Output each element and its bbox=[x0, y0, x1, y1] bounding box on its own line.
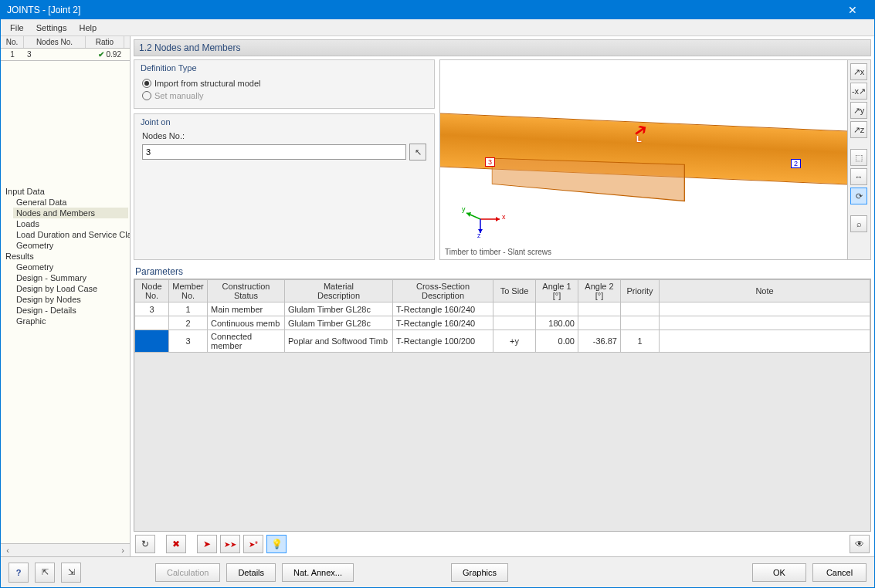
viewport-caption: Timber to timber - Slant screws bbox=[445, 248, 551, 256]
tree-result-summary[interactable]: Design - Summary bbox=[13, 272, 128, 283]
parameters-area: Parameters NodeNo. MemberNo. Constructio… bbox=[134, 265, 871, 556]
joint-on-group: Joint on Nodes No.: ↖ bbox=[134, 113, 435, 260]
cancel-button[interactable]: Cancel bbox=[812, 563, 867, 582]
tree-results[interactable]: Results bbox=[2, 251, 128, 262]
scroll-right-icon[interactable]: › bbox=[117, 546, 128, 555]
view-rotate-button[interactable]: ⟳ bbox=[850, 188, 867, 204]
nav-hdr-ratio[interactable]: Ratio bbox=[86, 36, 124, 48]
parameters-grid: NodeNo. MemberNo. ConstructionStatus Mat… bbox=[134, 279, 871, 532]
radio-import[interactable]: Import from structural model bbox=[142, 77, 426, 90]
next-all-button[interactable]: ➤➤ bbox=[220, 535, 240, 553]
nav-hdr-nodes[interactable]: Nodes No. bbox=[24, 36, 86, 48]
viewport-wrap: 3 2 ➔ L x y z bbox=[439, 59, 871, 260]
hdr-priority[interactable]: Priority bbox=[621, 280, 660, 302]
table-row[interactable]: 2 Continuous memb Glulam Timber GL28c T-… bbox=[135, 316, 870, 330]
tree-result-loadcase[interactable]: Design by Load Case bbox=[13, 283, 128, 294]
tree-result-geometry[interactable]: Geometry bbox=[13, 262, 128, 272]
radio-dot-icon bbox=[142, 79, 151, 88]
view-zoom-button[interactable]: ⌕ bbox=[850, 215, 867, 232]
menu-settings[interactable]: Settings bbox=[30, 22, 73, 34]
view-move-button[interactable]: ↔ bbox=[850, 168, 867, 185]
tree-loads[interactable]: Loads bbox=[13, 218, 128, 229]
nav-cell-no: 1 bbox=[1, 49, 24, 60]
upper-area: Definition Type Import from structural m… bbox=[134, 59, 871, 260]
node-label-2: 2 bbox=[791, 159, 801, 168]
table-row[interactable]: 3 Connected member Poplar and Softwood T… bbox=[135, 330, 870, 353]
hdr-construction[interactable]: ConstructionStatus bbox=[208, 280, 285, 302]
menu-file[interactable]: File bbox=[4, 22, 30, 34]
parameters-title: Parameters bbox=[134, 265, 871, 279]
export2-button[interactable]: ⇲ bbox=[61, 563, 81, 583]
hdr-note[interactable]: Note bbox=[660, 280, 870, 302]
scroll-left-icon[interactable]: ‹ bbox=[2, 546, 13, 555]
view-neg-yz-button[interactable]: ↗z bbox=[850, 121, 867, 138]
close-button[interactable]: ✕ bbox=[837, 4, 868, 16]
tree-result-graphic[interactable]: Graphic bbox=[13, 316, 128, 326]
help-button[interactable]: ? bbox=[8, 563, 29, 583]
tree-scrollbar[interactable]: ‹ › bbox=[1, 543, 130, 556]
joint-on-title: Joint on bbox=[134, 114, 434, 128]
radio-import-label: Import from structural model bbox=[154, 79, 261, 88]
next-button[interactable]: ➤ bbox=[197, 535, 217, 553]
pick-node-button[interactable]: ↖ bbox=[409, 144, 426, 161]
hdr-cross-section[interactable]: Cross-SectionDescription bbox=[393, 280, 493, 302]
window-title: JOINTS - [Joint 2] bbox=[7, 5, 837, 15]
hdr-material[interactable]: MaterialDescription bbox=[285, 280, 393, 302]
table-row[interactable]: 3 1 Main member Glulam Timber GL28c T-Re… bbox=[135, 302, 870, 316]
footer: ? ⇱ ⇲ Calculation Details Nat. Annex... … bbox=[1, 556, 874, 587]
definition-title: Definition Type bbox=[134, 60, 434, 74]
tree-area: Input Data General Data Nodes and Member… bbox=[1, 61, 130, 543]
add-button[interactable]: ➤* bbox=[243, 535, 263, 553]
tree-geometry[interactable]: Geometry bbox=[13, 240, 128, 251]
bulb-button[interactable]: 💡 bbox=[266, 535, 287, 553]
view-iso-yz-button[interactable]: ↗y bbox=[850, 102, 867, 119]
tree-result-nodes[interactable]: Design by Nodes bbox=[13, 294, 128, 305]
left-forms: Definition Type Import from structural m… bbox=[134, 59, 435, 260]
view-iso-xz-button[interactable]: ↗x bbox=[850, 63, 867, 80]
hdr-angle1[interactable]: Angle 1[°] bbox=[536, 280, 578, 302]
export1-button[interactable]: ⇱ bbox=[35, 563, 55, 583]
radio-manual[interactable]: Set manually bbox=[142, 90, 426, 102]
coordinate-system: x y z bbox=[465, 204, 504, 236]
radio-dot-icon bbox=[142, 91, 151, 100]
eye-button[interactable]: 👁 bbox=[850, 535, 870, 553]
details-button[interactable]: Details bbox=[226, 563, 276, 582]
tree-load-duration[interactable]: Load Duration and Service Class bbox=[13, 229, 128, 240]
tree-general-data[interactable]: General Data bbox=[13, 197, 128, 208]
nav-cell-ratio: ✔ 0.92 bbox=[86, 49, 124, 60]
nat-annex-button[interactable]: Nat. Annex... bbox=[282, 563, 354, 582]
refresh-button[interactable]: ↻ bbox=[135, 535, 155, 553]
delete-button[interactable]: ✖ bbox=[166, 535, 186, 553]
hdr-to-side[interactable]: To Side bbox=[493, 280, 536, 302]
nav-table: No. Nodes No. Ratio 1 3 ✔ 0.92 bbox=[1, 36, 130, 61]
tree-nodes-members[interactable]: Nodes and Members bbox=[13, 208, 128, 218]
nav-row[interactable]: 1 3 ✔ 0.92 bbox=[1, 49, 130, 60]
app-window: JOINTS - [Joint 2] ✕ File Settings Help … bbox=[0, 0, 875, 588]
view-box-button[interactable]: ⬚ bbox=[850, 149, 867, 166]
viewport-3d[interactable]: 3 2 ➔ L x y z bbox=[440, 60, 847, 259]
definition-group: Definition Type Import from structural m… bbox=[134, 59, 435, 109]
beam-connected bbox=[492, 158, 685, 201]
nav-hdr-no[interactable]: No. bbox=[1, 36, 24, 48]
hdr-member-no[interactable]: MemberNo. bbox=[169, 280, 208, 302]
calculation-button[interactable]: Calculation bbox=[155, 563, 220, 582]
nav-table-header: No. Nodes No. Ratio bbox=[1, 36, 130, 49]
hdr-node-no[interactable]: NodeNo. bbox=[135, 280, 169, 302]
check-icon: ✔ bbox=[98, 50, 104, 59]
menu-help[interactable]: Help bbox=[73, 22, 103, 34]
graphics-button[interactable]: Graphics bbox=[451, 563, 508, 582]
view-neg-xz-button[interactable]: -x↗ bbox=[850, 83, 867, 100]
view-toolbar: ↗x -x↗ ↗y ↗z ⬚ ↔ ⟳ ⌕ bbox=[847, 60, 870, 259]
tree-input-data[interactable]: Input Data bbox=[2, 186, 128, 197]
nodes-no-label: Nodes No.: bbox=[142, 131, 426, 140]
radio-manual-label: Set manually bbox=[154, 91, 204, 100]
node-label-3: 3 bbox=[485, 157, 495, 167]
right-panel: 1.2 Nodes and Members Definition Type Im… bbox=[131, 36, 874, 556]
section-title: 1.2 Nodes and Members bbox=[134, 39, 871, 56]
hdr-angle2[interactable]: Angle 2[°] bbox=[578, 280, 621, 302]
ok-button[interactable]: OK bbox=[752, 563, 806, 582]
svg-marker-1 bbox=[496, 217, 500, 221]
tree-result-details[interactable]: Design - Details bbox=[13, 305, 128, 316]
nodes-no-input[interactable] bbox=[142, 144, 406, 160]
menubar: File Settings Help bbox=[1, 19, 874, 36]
